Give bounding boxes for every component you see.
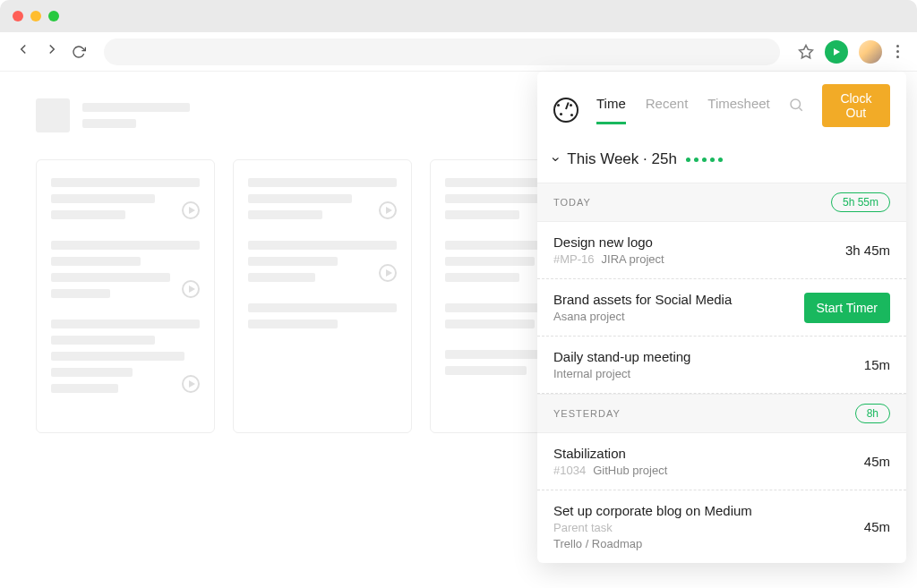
section-label: TODAY xyxy=(553,197,591,208)
week-summary[interactable]: › This Week · 25h xyxy=(537,136,906,183)
task-project: GitHub project xyxy=(593,464,667,477)
back-button[interactable] xyxy=(14,41,32,62)
task-time: 45m xyxy=(864,519,890,534)
summary-label: This Week · 25h xyxy=(567,150,677,168)
task-title: Set up corporate blog on Medium xyxy=(553,503,752,518)
browser-toolbar xyxy=(0,32,917,72)
browser-menu-button[interactable] xyxy=(893,41,903,62)
tab-recent[interactable]: Recent xyxy=(646,96,689,124)
week-progress-dots xyxy=(686,158,723,162)
task-tag: #1034 xyxy=(553,464,586,477)
task-tag: #MP-16 xyxy=(553,252,595,266)
play-icon xyxy=(379,201,397,219)
time-tracker-panel: Time Recent Timesheet Clock Out › This W… xyxy=(537,72,906,563)
extension-play-button[interactable] xyxy=(825,40,848,64)
placeholder-line xyxy=(82,119,136,128)
task-row[interactable]: Design new logo #MP-16 JIRA project 3h 4… xyxy=(537,222,906,279)
placeholder-column xyxy=(233,159,412,433)
task-project: Asana project xyxy=(553,310,625,323)
task-title: Brand assets for Social Media xyxy=(553,292,732,307)
placeholder-column xyxy=(36,159,215,433)
task-title: Design new logo xyxy=(553,234,664,250)
task-project: Internal project xyxy=(553,367,630,380)
clock-out-button[interactable]: Clock Out xyxy=(822,84,890,127)
tab-timesheet[interactable]: Timesheet xyxy=(707,96,769,124)
chevron-down-icon: › xyxy=(548,157,564,161)
task-row[interactable]: Stabilization #1034 GitHub project 45m xyxy=(537,433,906,490)
svg-marker-0 xyxy=(800,45,813,57)
app-logo-icon xyxy=(553,98,578,123)
task-time: 45m xyxy=(864,454,890,469)
placeholder-avatar xyxy=(36,98,70,132)
profile-avatar[interactable] xyxy=(859,40,882,64)
start-timer-button[interactable]: Start Timer xyxy=(804,293,890,323)
reload-button[interactable] xyxy=(72,45,86,59)
browser-titlebar xyxy=(0,0,917,32)
page-content: Time Recent Timesheet Clock Out › This W… xyxy=(0,72,917,588)
panel-header: Time Recent Timesheet Clock Out xyxy=(537,72,906,136)
url-bar[interactable] xyxy=(104,38,780,65)
tab-time[interactable]: Time xyxy=(596,96,626,124)
task-row[interactable]: Brand assets for Social Media Asana proj… xyxy=(537,279,906,337)
close-window-button[interactable] xyxy=(13,11,23,21)
forward-button[interactable] xyxy=(43,41,61,62)
task-project: Trello / Roadmap xyxy=(553,537,642,550)
panel-tabs: Time Recent Timesheet xyxy=(596,96,770,124)
maximize-window-button[interactable] xyxy=(48,11,59,21)
play-icon xyxy=(182,201,200,219)
section-total-badge: 8h xyxy=(855,404,890,423)
play-icon xyxy=(379,264,397,282)
section-total-badge: 5h 55m xyxy=(831,192,890,212)
bookmark-star-icon[interactable] xyxy=(798,44,814,60)
task-row[interactable]: Set up corporate blog on Medium Parent t… xyxy=(537,490,906,563)
play-icon xyxy=(182,280,200,298)
section-header-yesterday: YESTERDAY 8h xyxy=(537,394,906,433)
play-icon xyxy=(182,375,200,393)
search-icon[interactable] xyxy=(788,97,804,124)
task-time: 3h 45m xyxy=(845,243,890,258)
task-project: JIRA project xyxy=(602,252,664,266)
svg-marker-1 xyxy=(834,48,840,55)
task-title: Stabilization xyxy=(553,446,667,461)
placeholder-line xyxy=(82,103,190,112)
svg-line-3 xyxy=(799,107,801,110)
section-label: YESTERDAY xyxy=(553,408,621,419)
svg-point-2 xyxy=(791,99,801,109)
task-title: Daily stand-up meeting xyxy=(553,349,690,364)
task-parent: Parent task xyxy=(553,521,752,534)
task-time: 15m xyxy=(864,357,890,372)
section-header-today: TODAY 5h 55m xyxy=(537,183,906,222)
task-row[interactable]: Daily stand-up meeting Internal project … xyxy=(537,337,906,394)
minimize-window-button[interactable] xyxy=(30,11,41,21)
